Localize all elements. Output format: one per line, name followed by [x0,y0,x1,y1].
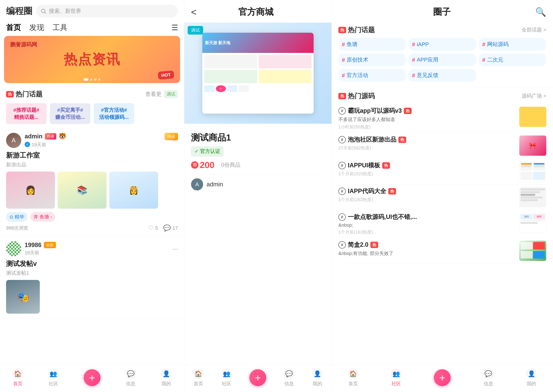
post1-tags: ⊙精华 井鱼塘 › [6,212,178,222]
left-nav-add[interactable]: + [84,369,100,386]
post1-header: A admin 作者 🐯 ✓ 19天前 ··· [6,133,178,148]
tag-arrow: › [50,214,52,220]
post2-avatar [6,241,21,256]
chip-official[interactable]: # 官方活动 [338,69,406,82]
source-circle-icon-4: # [338,188,346,195]
post1-views: 998次浏览 [6,225,28,231]
right-hot-topics-title: 热 热门话题 [338,25,375,35]
chip-yutang[interactable]: # 鱼塘 [338,38,406,51]
mid-nav-messages[interactable]: 💬 信息 [284,368,295,387]
chip-feedback[interactable]: # 意见反馈 [409,69,476,82]
right-panel: 圈子 🔍 热 热门话题 全部话题 > # 鱼塘 # iAPP [332,0,553,392]
mid-nav-home[interactable]: 🏠 首页 [193,368,204,387]
source-item-6[interactable]: # 简盒2.0 热 &nbsp;有功能, 部分失效了 [338,238,546,264]
post2-sub: 测试发帖1 [6,270,178,277]
mid-nav-community[interactable]: 👥 社区 [221,368,232,387]
post2-time: 19天前 [25,250,56,256]
hot-topics-more[interactable]: 查看更 调试 [145,90,178,98]
post1-tag-yutang[interactable]: 井鱼塘 › [30,212,55,222]
source-circle-icon-6: # [338,241,346,249]
left-nav: 首页 发现 工具 ☰ [0,21,184,36]
right-scroll: 热 热门话题 全部话题 > # 鱼塘 # iAPP # 网站源码 [332,23,553,365]
search-bar[interactable]: 搜索、新世界 [36,5,178,18]
left-nav-mine[interactable]: 👤 我的 [161,368,172,387]
topic-tag-2[interactable]: #买定离手# 赚金币活动... [50,103,90,124]
nav-tools[interactable]: 工具 [53,23,67,33]
topic-tags: #推荐话题# 精挑话题... #买定离手# 赚金币活动... #官方活动# 活动… [0,103,184,128]
right-hot-topics-header: 热 热门话题 全部话题 > [338,25,546,35]
back-button[interactable]: < [191,7,197,18]
right-nav-mine[interactable]: 👤 我的 [526,368,537,387]
dot-2 [90,78,92,81]
source-item-5-content: # 一款点歌源码,UI也不错,... &nbsp; 1个月前(163热度) [338,213,516,235]
source-item-6-desc: &nbsp;有功能, 部分失效了 [338,250,516,257]
banner-subtitle: 鹏誉源码网 [10,41,37,48]
banner[interactable]: 鹏誉源码网 热点资讯 HOT [4,36,180,83]
source-item-2-content: # 泡泡社区新游出品 热 27天前(582热度) [338,135,516,151]
hot-tag-1: 热 [404,108,411,114]
source-item-4-content: # IAPP代码大全 热 1个月前(263热度) [338,187,516,203]
topic-tag-1[interactable]: #推荐话题# 精挑话题... [6,103,47,124]
source-item-3[interactable]: # IAPPUI模板 热 1个月前(315热度) [338,159,546,184]
source-thumb-5: 源码 精华 [519,213,546,233]
source-item-5-title: # 一款点歌源码,UI也不错,... [338,213,516,221]
nav-discover[interactable]: 发现 [29,23,44,33]
adjust-btn-topics[interactable]: 调试 [164,90,178,98]
left-header: 编程圈 搜索、新世界 [0,0,184,21]
left-nav-home[interactable]: 🏠 首页 [13,368,23,387]
source-item-4-meta: 1个月前(263热度) [338,197,516,203]
post2-menu[interactable]: ··· [172,245,178,253]
source-item-2-meta: 27天前(582热度) [338,145,516,151]
filter-icon[interactable]: ☰ [171,23,178,32]
mock-icons-row: + [202,85,314,92]
chip-anime[interactable]: # 二次元 [479,53,546,66]
right-source-more[interactable]: 源码广场 > [522,92,546,99]
right-nav-add[interactable]: + [434,369,451,386]
hot-topics-grid: # 鱼塘 # iAPP # 网站源码 # 原创技术 # APP应用 [338,38,546,82]
source-item-1[interactable]: # 霸玩app可以源码v3 热 不多说了应该好多人都知道 1小时前(50热度) [338,104,546,133]
seller-avatar: A [191,178,203,190]
topic-tag-3[interactable]: #官方活动# 活动领源码... [94,103,134,124]
right-bottom-nav: 🏠 首页 👥 社区 + 💬 信息 👤 我的 [332,365,553,392]
right-search-icon[interactable]: 🔍 [535,7,546,17]
dot-4 [98,78,100,81]
chip-website[interactable]: # 网站源码 [479,38,546,51]
left-nav-community[interactable]: 👥 社区 [48,368,59,387]
left-panel: 编程圈 搜索、新世界 首页 发现 工具 ☰ 鹏誉源码网 热点资讯 HOT [0,0,184,392]
product-mock-screen: 新天游 新天地 + [184,23,332,124]
mock-banner: 新天游 新天地 [202,33,314,53]
left-nav-messages[interactable]: 💬 信息 [125,368,136,387]
chip-iapp[interactable]: # iAPP [409,38,476,51]
source-item-3-meta: 1个月前(315热度) [338,171,516,177]
nav-home[interactable]: 首页 [6,23,21,33]
product-price: 币 200 [191,160,214,170]
right-header: 圈子 🔍 [332,0,553,23]
right-nav-messages[interactable]: 💬 信息 [483,368,494,387]
post1-img1: 👩 [6,172,55,209]
mid-adjust-tag[interactable]: 调试 [188,26,203,35]
chip-app[interactable]: # APP应用 [409,53,476,66]
price-row: 币 200 0份商品 [191,160,325,170]
source-thumb-6 [519,241,546,261]
right-hot-topics-more[interactable]: 全部话题 > [522,27,546,33]
seller-name: admin [206,181,223,188]
hot-tag-6: 热 [370,242,378,248]
post1-comment[interactable]: 💬 17 [163,224,178,231]
mock-screen: 新天游 新天地 + [202,33,314,114]
right-hot-source-title: 热 热门源码 [338,91,375,101]
chip-original[interactable]: # 原创技术 [338,53,406,66]
post1-like[interactable]: ♡ 5 [148,224,158,231]
post1-tag-jinghua[interactable]: ⊙精华 [6,212,28,222]
mid-bottom-nav: 🏠 首页 👥 社区 + 💬 信息 👤 我的 [184,365,332,392]
mid-nav-mine[interactable]: 👤 我的 [312,368,323,387]
right-nav-community[interactable]: 👥 社区 [391,368,402,387]
mock-icon-3 [227,85,237,92]
source-item-1-title: # 霸玩app可以源码v3 热 [338,107,516,115]
right-nav-home[interactable]: 🏠 首页 [348,368,359,387]
source-item-2[interactable]: # 泡泡社区新游出品 热 27天前(582热度) 🎀 [338,133,546,159]
source-item-4[interactable]: # IAPP代码大全 热 1个月前(263热度) [338,184,546,210]
mid-nav-add[interactable]: + [249,369,266,386]
hot-tag-4: 热 [388,188,396,195]
source-item-5[interactable]: # 一款点歌源码,UI也不错,... &nbsp; 1个月前(163热度) 源码… [338,210,546,238]
post1-emoji: 🐯 [59,133,66,140]
